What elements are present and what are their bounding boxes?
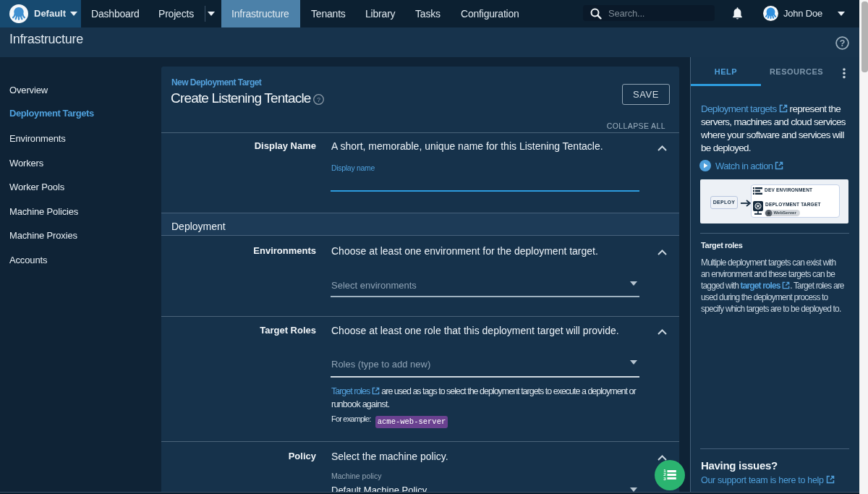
svg-text:3: 3 [663,476,666,481]
svg-text:?: ? [839,38,845,48]
svg-text:?: ? [317,96,320,103]
